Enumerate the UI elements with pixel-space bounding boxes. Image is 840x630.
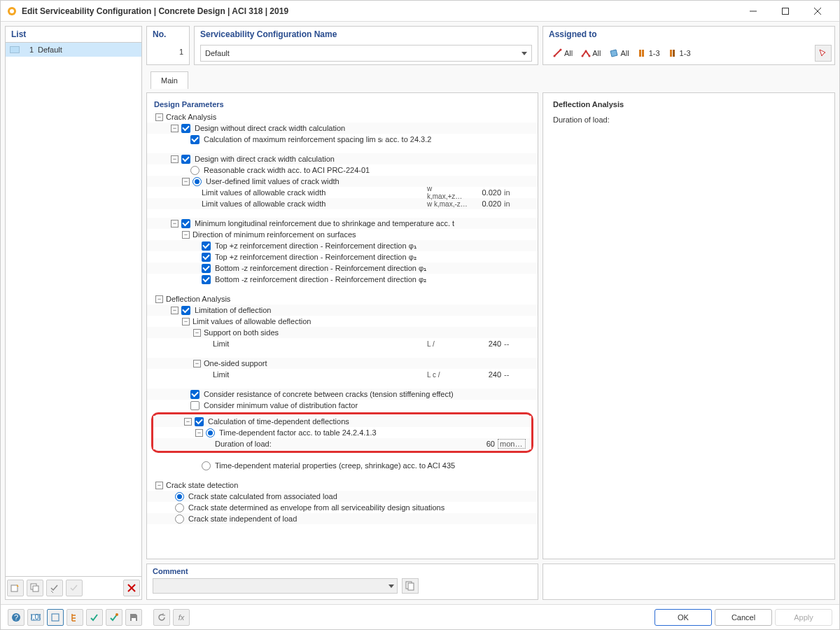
expander-icon[interactable] [171, 155, 178, 163]
expander-icon[interactable] [155, 482, 163, 489]
checkbox[interactable] [190, 135, 200, 144]
chip-members[interactable]: All [550, 46, 575, 60]
new-button[interactable] [7, 580, 24, 596]
radio[interactable] [192, 177, 202, 186]
checkbox[interactable] [190, 401, 200, 410]
node-reasonable[interactable]: Reasonable crack width acc. to ACI PRC-2… [204, 166, 532, 174]
chip-surfaces[interactable]: All [606, 46, 631, 60]
node-calc-time[interactable]: Calculation of time-dependent deflection… [208, 417, 526, 426]
expander-icon[interactable] [182, 231, 190, 239]
apply-button[interactable]: Apply [775, 609, 832, 626]
radio[interactable] [206, 428, 215, 438]
chip-sets[interactable]: All [578, 46, 603, 60]
node-bot-p2[interactable]: Bottom -z reinforcement direction - Rein… [215, 275, 532, 284]
units-button[interactable]: 0,00 [27, 609, 44, 626]
checkbox[interactable] [181, 219, 190, 228]
minimize-button[interactable] [737, 1, 769, 22]
checkbox[interactable] [195, 417, 204, 426]
node-cs-env[interactable]: Crack state determined as envelope from … [188, 503, 532, 512]
expander-icon[interactable] [171, 307, 178, 314]
copy-button[interactable] [27, 580, 43, 596]
select-objects-button[interactable] [815, 45, 832, 62]
tab-main[interactable]: Main [150, 71, 188, 89]
expander-icon[interactable] [195, 429, 203, 437]
checkbox[interactable] [202, 264, 211, 273]
node-top-p2[interactable]: Top +z reinforcement direction - Reinfor… [215, 253, 532, 262]
expander-icon[interactable] [171, 125, 178, 132]
radio[interactable] [190, 166, 200, 175]
comment-input[interactable] [153, 578, 398, 594]
checkbox[interactable] [202, 241, 211, 251]
node-time-mat[interactable]: Time-dependent material properties (cree… [215, 461, 532, 470]
save-button[interactable] [125, 609, 142, 626]
chevron-down-icon [388, 584, 394, 588]
tree-button[interactable] [66, 609, 83, 626]
reset-button[interactable] [153, 609, 170, 626]
radio[interactable] [175, 492, 184, 501]
checkbox[interactable] [181, 306, 190, 315]
duration-unit[interactable]: mon… [498, 439, 526, 449]
expander-icon[interactable] [193, 329, 201, 337]
list-item[interactable]: 1 Default [6, 43, 141, 57]
svg-rect-23 [132, 618, 136, 621]
node-user-defined[interactable]: User-defined limit values of crack width [206, 177, 532, 186]
checkbox[interactable] [202, 253, 211, 262]
checkbox[interactable] [181, 155, 190, 164]
expander-icon[interactable] [155, 295, 163, 303]
check2-button[interactable] [106, 609, 122, 626]
node-deflection-analysis[interactable]: Deflection Analysis [166, 295, 532, 303]
node-one-sided[interactable]: One-sided support [204, 359, 532, 368]
node-limitation[interactable]: Limitation of deflection [195, 306, 532, 314]
node-min-long[interactable]: Minimum longitudinal reinforcement due t… [195, 219, 532, 227]
check1-button[interactable] [86, 609, 103, 626]
expander-icon[interactable] [182, 318, 190, 326]
checkbox[interactable] [190, 390, 200, 399]
tab-bar: Main [146, 71, 835, 88]
node-cs-assoc[interactable]: Crack state calculated from associated l… [188, 492, 532, 500]
radio[interactable] [175, 514, 184, 524]
chip-range1[interactable]: 1-3 [635, 46, 663, 60]
expander-icon[interactable] [155, 113, 163, 121]
node-limit-vals1[interactable]: Limit values of allowable crack width [202, 188, 427, 197]
node-support-both[interactable]: Support on both sides [204, 328, 532, 337]
delete-button[interactable] [123, 580, 140, 596]
radio[interactable] [175, 503, 184, 512]
node-crack-analysis[interactable]: Crack Analysis [166, 113, 532, 121]
maximize-button[interactable] [769, 1, 802, 22]
comment-pick-button[interactable] [402, 578, 419, 594]
node-consider-resist[interactable]: Consider resistance of concrete between … [204, 390, 532, 398]
node-dir-min[interactable]: Direction of minimum reinforcement on su… [192, 230, 532, 239]
node-design-with[interactable]: Design with direct crack width calculati… [195, 155, 532, 163]
name-select[interactable]: Default [200, 45, 532, 62]
node-crack-state-det[interactable]: Crack state detection [166, 481, 532, 489]
expander-icon[interactable] [184, 418, 192, 426]
ok-button[interactable]: OK [654, 609, 712, 626]
chevron-down-icon [522, 52, 527, 55]
checkbox[interactable] [202, 275, 211, 284]
node-bot-p1[interactable]: Bottom -z reinforcement direction - Rein… [215, 264, 532, 273]
fx-button[interactable]: fx [173, 609, 190, 626]
expander-icon[interactable] [182, 178, 190, 186]
chip-range2[interactable]: 1-3 [666, 46, 694, 60]
node-limit-both[interactable]: Limit [213, 340, 427, 348]
node-limit-vals-defl[interactable]: Limit values of allowable deflection [192, 317, 532, 326]
expander-icon[interactable] [171, 220, 178, 227]
cancel-button[interactable]: Cancel [715, 609, 772, 626]
close-button[interactable] [802, 1, 834, 22]
node-top-p1[interactable]: Top +z reinforcement direction - Reinfor… [215, 241, 532, 251]
help-button[interactable]: ? [8, 609, 24, 626]
check-all-button[interactable] [46, 580, 63, 596]
node-calc-max-reinf[interactable]: Calculation of maximum reinforcement spa… [204, 135, 532, 144]
node-limit-vals2[interactable]: Limit values of allowable crack width [202, 200, 427, 208]
checkbox[interactable] [181, 124, 190, 133]
node-design-without[interactable]: Design without direct crack width calcul… [195, 124, 532, 132]
uncheck-all-button[interactable] [66, 580, 83, 596]
radio[interactable] [202, 461, 211, 470]
expander-icon[interactable] [193, 360, 201, 368]
view-button[interactable] [47, 609, 64, 626]
node-cs-indep[interactable]: Crack state independent of load [188, 514, 532, 523]
node-consider-min[interactable]: Consider minimum value of distribution f… [204, 401, 532, 410]
node-time-factor[interactable]: Time-dependent factor acc. to table 24.2… [219, 428, 526, 437]
node-limit-one[interactable]: Limit [213, 370, 427, 379]
node-duration[interactable]: Duration of load: [215, 440, 421, 448]
